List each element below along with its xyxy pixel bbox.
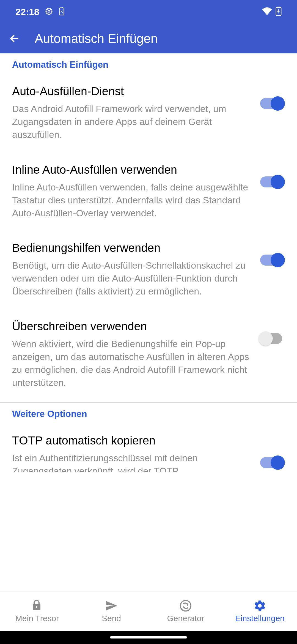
wifi-icon	[262, 7, 272, 17]
section-header-autofill: Automatisch Einfügen	[0, 53, 297, 76]
setting-desc: Benötigt, um die Auto-Ausfüllen-Schnella…	[12, 259, 252, 298]
svg-rect-9	[36, 607, 37, 608]
nav-vault[interactable]: Mein Tresor	[0, 591, 74, 631]
nav-label: Generator	[167, 614, 204, 623]
svg-point-10	[180, 600, 191, 611]
send-icon	[105, 599, 118, 612]
bottom-nav: Mein Tresor Send Generator Einstellungen	[0, 591, 297, 631]
setting-overwrite[interactable]: Überschreiben verwenden Wenn aktiviert, …	[0, 311, 297, 402]
setting-autofill-service[interactable]: Auto-Ausfüllen-Dienst Das Android Autofi…	[0, 76, 297, 154]
setting-desc: Wenn aktiviert, wird die Bedienungshilfe…	[12, 337, 252, 389]
svg-rect-3	[61, 7, 62, 8]
setting-desc: Inline Auto-Ausfüllen verwenden, falls d…	[12, 181, 252, 220]
toggle-totp-copy[interactable]	[257, 455, 285, 470]
refresh-icon	[179, 599, 192, 612]
nav-label: Einstellungen	[235, 614, 285, 623]
setting-title: Bedienungshilfen verwenden	[12, 241, 252, 255]
gear-icon	[45, 7, 53, 17]
svg-text:K: K	[61, 10, 63, 13]
setting-title: Überschreiben verwenden	[12, 320, 252, 333]
setting-desc: Das Android Autofill Framework wird verw…	[12, 102, 252, 141]
setting-title: Auto-Ausfüllen-Dienst	[12, 85, 252, 98]
toggle-overwrite[interactable]	[257, 331, 285, 346]
home-indicator[interactable]	[110, 636, 187, 638]
settings-content: Automatisch Einfügen Auto-Ausfüllen-Dien…	[0, 53, 297, 591]
nav-label: Send	[102, 614, 121, 623]
setting-totp-copy[interactable]: TOTP automatisch kopieren Ist ein Authen…	[0, 425, 297, 472]
toggle-autofill-service[interactable]	[257, 96, 285, 111]
toggle-inline-autofill[interactable]	[257, 174, 285, 190]
home-indicator-area	[0, 631, 297, 644]
nav-label: Mein Tresor	[15, 614, 59, 623]
page-title: Automatisch Einfügen	[35, 31, 158, 46]
back-button[interactable]	[8, 32, 21, 45]
toggle-accessibility[interactable]	[257, 252, 285, 268]
svg-point-1	[48, 10, 50, 12]
setting-title: TOTP automatisch kopieren	[12, 434, 252, 447]
battery-k-icon: K	[59, 7, 65, 17]
section-header-more: Weitere Optionen	[0, 403, 297, 425]
setting-desc: Ist ein Authentifizierungsschlüssel mit …	[12, 452, 252, 472]
svg-rect-6	[278, 7, 279, 7]
setting-accessibility[interactable]: Bedienungshilfen verwenden Benötigt, um …	[0, 233, 297, 311]
battery-icon	[276, 7, 282, 17]
setting-title: Inline Auto-Ausfüllen verwenden	[12, 163, 252, 176]
lock-icon	[31, 599, 43, 612]
status-bar: 22:18 K	[0, 0, 297, 24]
gear-icon	[254, 599, 266, 612]
nav-generator[interactable]: Generator	[148, 591, 223, 631]
nav-settings[interactable]: Einstellungen	[223, 591, 297, 631]
setting-inline-autofill[interactable]: Inline Auto-Ausfüllen verwenden Inline A…	[0, 154, 297, 233]
app-header: Automatisch Einfügen	[0, 24, 297, 53]
nav-send[interactable]: Send	[74, 591, 148, 631]
status-time: 22:18	[15, 7, 39, 17]
